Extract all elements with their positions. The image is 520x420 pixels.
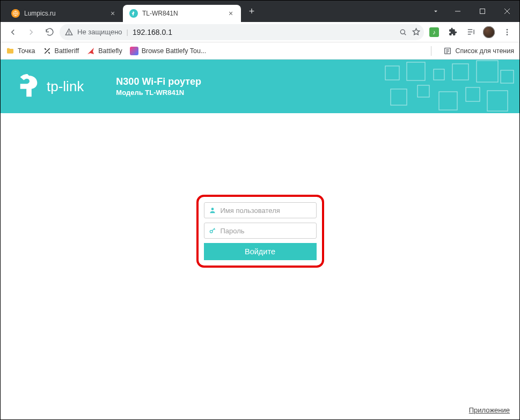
- window-titlebar: Lumpics.ru × TL-WR841N × +: [1, 1, 519, 22]
- warning-icon: [65, 28, 73, 36]
- svg-rect-16: [439, 92, 457, 110]
- maximize-button[interactable]: [470, 1, 495, 22]
- reading-list-icon[interactable]: [463, 24, 479, 40]
- model-line: Модель TL-WR841N: [116, 89, 201, 97]
- product-title: N300 Wi-Fi роутер: [116, 76, 201, 87]
- bookmark-battlefy[interactable]: Browse Battlefy Tou...: [130, 47, 207, 55]
- bookmark-label: Battlefly: [98, 47, 122, 55]
- browser-toolbar: Не защищено | 192.168.0.1 ♪: [1, 22, 519, 42]
- bookmarks-bar: Точка Battleriff Battlefly Browse Battle…: [1, 42, 519, 60]
- router-head-text: N300 Wi-Fi роутер Модель TL-WR841N: [116, 76, 201, 97]
- profile-avatar[interactable]: [481, 24, 497, 40]
- tab-router[interactable]: TL-WR841N ×: [123, 5, 241, 22]
- svg-rect-11: [452, 64, 468, 80]
- page-content: tp-link N300 Wi-Fi роутер Модель TL-WR84…: [1, 60, 519, 419]
- globe-icon: [11, 9, 20, 18]
- user-icon: [209, 207, 216, 214]
- svg-point-6: [507, 34, 508, 35]
- svg-point-2: [69, 34, 69, 34]
- reading-list-button[interactable]: Список для чтения: [443, 47, 514, 55]
- svg-rect-18: [487, 91, 508, 111]
- svg-rect-10: [434, 69, 444, 80]
- reading-list-label: Список для чтения: [455, 47, 514, 55]
- minimize-button[interactable]: [445, 1, 470, 22]
- battlefly-icon: [86, 47, 95, 55]
- brand-name: tp-link: [47, 78, 84, 95]
- key-icon: [209, 227, 216, 234]
- forward-button[interactable]: [23, 24, 39, 40]
- svg-point-20: [210, 230, 213, 233]
- folder-icon: [6, 47, 14, 55]
- tplink-logo-icon: [17, 74, 41, 99]
- password-field-wrap[interactable]: [204, 223, 317, 239]
- tplink-logo: tp-link: [17, 74, 84, 99]
- reload-button[interactable]: [41, 24, 57, 40]
- close-window-button[interactable]: [495, 1, 519, 22]
- extension-music-icon[interactable]: ♪: [426, 24, 442, 40]
- url-text[interactable]: 192.168.0.1: [133, 28, 394, 36]
- svg-rect-12: [477, 61, 498, 82]
- tab-title: Lumpics.ru: [24, 10, 105, 17]
- bookmark-battleriff[interactable]: Battleriff: [43, 47, 79, 55]
- svg-rect-8: [385, 66, 399, 80]
- back-button[interactable]: [5, 24, 21, 40]
- svg-rect-1: [480, 9, 485, 14]
- list-icon: [443, 47, 452, 55]
- close-icon[interactable]: ×: [227, 10, 235, 17]
- password-input[interactable]: [221, 227, 312, 235]
- username-input[interactable]: [221, 207, 312, 215]
- address-bar[interactable]: Не защищено | 192.168.0.1: [60, 24, 424, 40]
- svg-rect-13: [501, 70, 514, 83]
- battleriff-icon: [43, 47, 52, 55]
- svg-point-3: [400, 30, 405, 34]
- browser-menu-button[interactable]: [499, 24, 515, 40]
- app-link[interactable]: Приложение: [469, 406, 510, 414]
- bookmark-label: Точка: [18, 47, 35, 55]
- svg-rect-14: [391, 89, 407, 105]
- login-button[interactable]: Войдите: [204, 243, 317, 260]
- svg-point-4: [507, 29, 508, 31]
- star-icon[interactable]: [412, 27, 421, 36]
- bookmark-label: Browse Battlefy Tou...: [142, 47, 207, 55]
- window-controls: [445, 1, 519, 22]
- login-area: Войдите: [196, 195, 324, 268]
- tab-strip: Lumpics.ru × TL-WR841N × +: [1, 1, 426, 22]
- battlefy-icon: [130, 47, 138, 55]
- username-field-wrap[interactable]: [204, 202, 317, 218]
- tab-title: TL-WR841N: [142, 10, 223, 17]
- svg-point-19: [211, 208, 214, 210]
- header-pattern-icon: [380, 60, 519, 113]
- tab-lumpics[interactable]: Lumpics.ru ×: [5, 5, 123, 22]
- tab-search-button[interactable]: [426, 1, 445, 22]
- close-icon[interactable]: ×: [109, 10, 116, 17]
- security-label: Не защищено: [77, 28, 122, 36]
- svg-point-5: [507, 31, 508, 33]
- login-box-highlight: Войдите: [196, 195, 324, 268]
- svg-rect-15: [418, 85, 429, 97]
- bookmark-battlefly[interactable]: Battlefly: [86, 47, 122, 55]
- svg-rect-9: [407, 62, 425, 80]
- svg-rect-17: [466, 87, 480, 101]
- tplink-icon: [129, 9, 138, 18]
- router-header: tp-link N300 Wi-Fi роутер Модель TL-WR84…: [1, 60, 519, 113]
- bookmark-tochka[interactable]: Точка: [6, 47, 35, 55]
- bookmark-label: Battleriff: [55, 47, 79, 55]
- divider: [431, 46, 431, 56]
- new-tab-button[interactable]: +: [244, 4, 259, 19]
- search-in-page-icon[interactable]: [399, 28, 407, 36]
- extensions-icon[interactable]: [444, 24, 460, 40]
